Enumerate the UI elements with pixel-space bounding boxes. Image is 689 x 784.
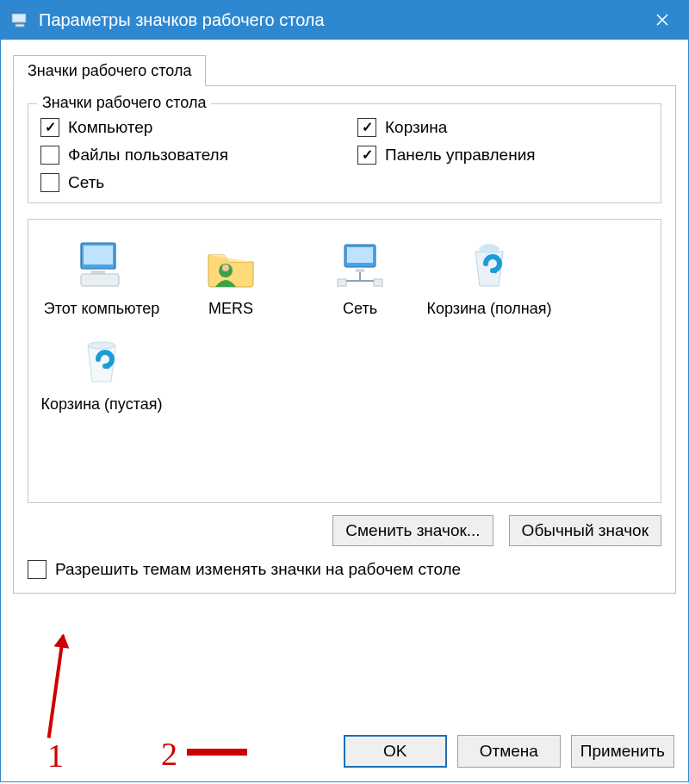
icon-preview-panel: Этот компьютер MERS [28, 219, 661, 503]
computer-icon [37, 235, 166, 296]
window-body: Значки рабочего стола Значки рабочего ст… [0, 40, 689, 782]
icon-network[interactable]: Сеть [295, 235, 425, 331]
checkbox-recycle-bin[interactable]: Корзина [357, 118, 649, 137]
checkbox-icon [40, 173, 59, 192]
tab-desktop-icons[interactable]: Значки рабочего стола [13, 55, 206, 86]
svg-point-16 [88, 342, 115, 349]
tab-panel: Значки рабочего стола Компьютер Корзина … [13, 85, 676, 594]
checkbox-icon [28, 560, 47, 579]
recycle-bin-empty-icon [37, 331, 166, 391]
change-icon-button[interactable]: Сменить значок... [332, 515, 493, 546]
apply-button[interactable]: Применить [571, 735, 674, 768]
icon-label: Этот компьютер [37, 299, 166, 319]
checkbox-label: Файлы пользователя [68, 146, 228, 165]
icon-recycle-empty[interactable]: Корзина (пустая) [37, 331, 166, 426]
checkbox-computer[interactable]: Компьютер [40, 118, 332, 137]
svg-point-8 [222, 264, 229, 271]
checkbox-label: Компьютер [68, 118, 152, 137]
icon-this-pc[interactable]: Этот компьютер [37, 235, 166, 331]
checkbox-icon [40, 118, 59, 137]
annotation-label-1: 1 [47, 737, 64, 775]
default-icon-button[interactable]: Обычный значок [509, 515, 661, 546]
svg-rect-2 [16, 24, 24, 27]
icon-user-folder[interactable]: MERS [166, 235, 295, 331]
svg-rect-10 [347, 247, 373, 263]
checkbox-label: Сеть [68, 173, 104, 192]
checkbox-control-panel[interactable]: Панель управления [357, 146, 649, 165]
ok-button[interactable]: OK [344, 735, 447, 768]
checkbox-label: Разрешить темам изменять значки на рабоч… [55, 560, 461, 579]
tabstrip: Значки рабочего стола [13, 52, 676, 86]
network-icon [295, 235, 425, 296]
checkbox-network[interactable]: Сеть [40, 173, 332, 192]
svg-rect-11 [356, 269, 364, 272]
icon-label: MERS [166, 299, 295, 319]
svg-rect-15 [374, 279, 382, 286]
checkbox-icon [357, 118, 376, 137]
cancel-button[interactable]: Отмена [457, 735, 561, 768]
folder-user-icon [166, 235, 295, 296]
titlebar: Параметры значков рабочего стола [0, 0, 689, 40]
annotation-arrow-1 [47, 635, 65, 737]
recycle-bin-full-icon [425, 235, 554, 296]
icon-label: Корзина (пустая) [37, 395, 166, 414]
group-desktop-icons: Значки рабочего стола Компьютер Корзина … [28, 103, 661, 203]
svg-rect-4 [84, 246, 113, 264]
checkbox-icon [357, 146, 376, 165]
app-icon [9, 9, 30, 30]
svg-rect-14 [338, 279, 346, 286]
icon-recycle-full[interactable]: Корзина (полная) [425, 235, 554, 331]
annotation-label-2: 2 [161, 735, 177, 773]
icon-label: Сеть [295, 299, 425, 319]
checkbox-label: Панель управления [385, 146, 536, 165]
close-button[interactable] [636, 0, 688, 40]
svg-rect-6 [81, 274, 119, 286]
annotation-arrow-2 [187, 749, 247, 756]
group-legend: Значки рабочего стола [37, 94, 211, 112]
checkbox-user-files[interactable]: Файлы пользователя [40, 146, 332, 165]
icon-label: Корзина (полная) [425, 299, 554, 319]
checkbox-icon [40, 146, 59, 165]
checkbox-allow-themes[interactable]: Разрешить темам изменять значки на рабоч… [28, 560, 661, 579]
checkbox-label: Корзина [385, 118, 447, 137]
window-title: Параметры значков рабочего стола [39, 10, 636, 30]
svg-rect-5 [91, 271, 105, 274]
svg-rect-1 [13, 15, 25, 22]
